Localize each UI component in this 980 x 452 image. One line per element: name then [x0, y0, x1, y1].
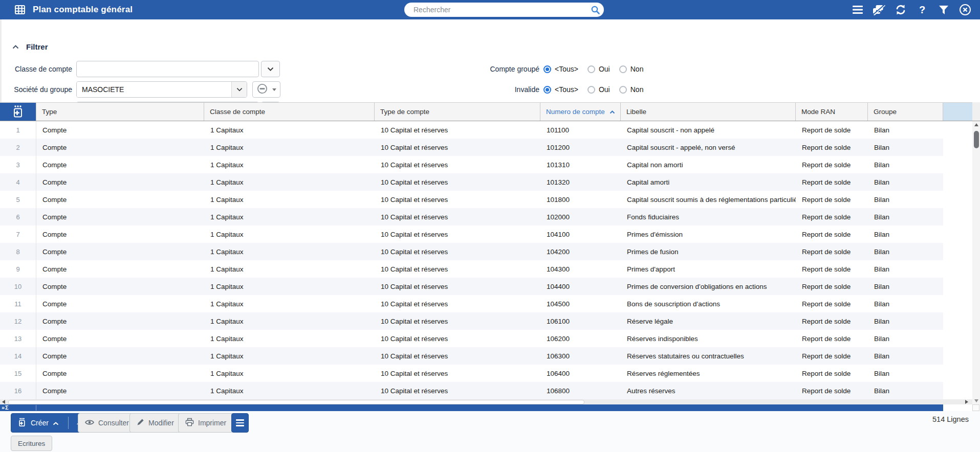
table-row[interactable]: 4Compte1 Capitaux10 Capital et réserves1… — [0, 173, 943, 191]
table-row[interactable]: 2Compte1 Capitaux10 Capital et réserves1… — [0, 139, 943, 156]
printer-icon — [185, 418, 194, 428]
cell-num: 4 — [0, 173, 36, 191]
table-row[interactable]: 10Compte1 Capitaux10 Capital et réserves… — [0, 278, 943, 295]
consult-button[interactable]: Consulter — [78, 413, 136, 433]
cell-type_compte: 10 Capital et réserves — [375, 121, 540, 139]
search-icon[interactable] — [586, 5, 604, 15]
caret-down-icon — [272, 88, 276, 91]
cell-type: Compte — [36, 260, 204, 278]
table-row[interactable]: 5Compte1 Capitaux10 Capital et réserves1… — [0, 191, 943, 208]
table-row[interactable]: 8Compte1 Capitaux10 Capital et réserves1… — [0, 243, 943, 260]
cell-libelle: Bons de souscription d'actions — [621, 295, 796, 312]
cell-groupe: Bilan — [868, 330, 943, 347]
scroll-right-arrow[interactable] — [963, 399, 970, 404]
radio-option-oui[interactable]: Oui — [587, 85, 610, 94]
cell-num: 5 — [0, 191, 36, 208]
comments-slash-icon[interactable] — [873, 3, 886, 16]
cell-type: Compte — [36, 330, 204, 347]
radio-option-oui[interactable]: Oui — [587, 65, 610, 73]
societe-input[interactable] — [77, 82, 231, 97]
help-icon[interactable]: ? — [916, 3, 929, 16]
cell-type_compte: 10 Capital et réserves — [375, 347, 540, 365]
cell-libelle: Capital non amorti — [621, 156, 796, 173]
cell-classe: 1 Capitaux — [204, 295, 375, 312]
table-row[interactable]: 11Compte1 Capitaux10 Capital et réserves… — [0, 295, 943, 312]
table-row[interactable]: 9Compte1 Capitaux10 Capital et réserves1… — [0, 260, 943, 278]
table-row[interactable]: 1Compte1 Capitaux10 Capital et réserves1… — [0, 121, 943, 139]
close-circle-icon[interactable] — [959, 3, 972, 16]
column-header-numero-sorted[interactable]: Numero de compte — [540, 103, 621, 121]
radio-option-tous[interactable]: <Tous> — [543, 65, 578, 73]
cell-num: 8 — [0, 243, 36, 260]
cell-libelle: Fonds fiduciaires — [621, 208, 796, 225]
eye-icon — [85, 419, 94, 427]
table-row[interactable]: 3Compte1 Capitaux10 Capital et réserves1… — [0, 156, 943, 173]
app-window: Plan comptable général — [0, 0, 980, 452]
cell-type: Compte — [36, 295, 204, 312]
table-row[interactable]: 15Compte1 Capitaux10 Capital et réserves… — [0, 365, 943, 382]
scroll-down-arrow[interactable] — [972, 397, 980, 404]
table-row[interactable]: 14Compte1 Capitaux10 Capital et réserves… — [0, 347, 943, 365]
column-header-groupe[interactable]: Groupe — [868, 103, 943, 121]
cell-groupe: Bilan — [868, 260, 943, 278]
more-actions-button[interactable] — [231, 413, 249, 433]
table-body: 1Compte1 Capitaux10 Capital et réserves1… — [0, 121, 972, 399]
cell-groupe: Bilan — [868, 191, 943, 208]
horizontal-scrollbar[interactable] — [0, 399, 972, 404]
classe-label: Classe de compte — [2, 61, 72, 77]
ecritures-button[interactable]: Ecritures — [11, 436, 52, 451]
cell-classe: 1 Capitaux — [204, 260, 375, 278]
cell-type: Compte — [36, 225, 204, 243]
vertical-scroll-thumb[interactable] — [974, 131, 979, 148]
cell-num: 11 — [0, 295, 36, 312]
cell-type: Compte — [36, 191, 204, 208]
column-header-type[interactable]: Type — [36, 103, 204, 121]
radio-option-non[interactable]: Non — [619, 85, 644, 94]
column-header-type-compte[interactable]: Type de compte — [375, 103, 540, 121]
cell-libelle: Primes d'apport — [621, 260, 796, 278]
cell-numero: 106100 — [540, 312, 621, 330]
cell-numero: 101200 — [540, 139, 621, 156]
radio-option-non[interactable]: Non — [619, 65, 644, 73]
column-header-mode-ran[interactable]: Mode RAN — [796, 103, 868, 121]
filter-collapse-toggle[interactable]: Filtrer — [12, 42, 48, 51]
table-row[interactable]: 7Compte1 Capitaux10 Capital et réserves1… — [0, 225, 943, 243]
classe-dropdown-button[interactable] — [261, 61, 280, 77]
cell-type: Compte — [36, 278, 204, 295]
cell-num: 3 — [0, 156, 36, 173]
table-row[interactable]: 6Compte1 Capitaux10 Capital et réserves1… — [0, 208, 943, 225]
filter-icon[interactable] — [937, 3, 950, 16]
search-input[interactable] — [404, 6, 586, 14]
table-row[interactable]: 16Compte1 Capitaux10 Capital et réserves… — [0, 382, 943, 399]
column-header-classe[interactable]: Classe de compte — [204, 103, 375, 121]
table-row[interactable]: 12Compte1 Capitaux10 Capital et réserves… — [0, 312, 943, 330]
scroll-up-arrow[interactable] — [972, 121, 980, 128]
print-button[interactable]: Imprimer — [178, 413, 233, 433]
table-row[interactable]: 13Compte1 Capitaux10 Capital et réserves… — [0, 330, 943, 347]
societe-dropdown-button[interactable] — [231, 82, 247, 97]
scroll-left-arrow[interactable] — [0, 399, 7, 404]
page-title: Plan comptable général — [33, 5, 133, 15]
refresh-icon[interactable] — [894, 3, 907, 16]
cell-numero: 106300 — [540, 347, 621, 365]
classe-input[interactable] — [76, 61, 259, 77]
radio-option-tous[interactable]: <Tous> — [543, 85, 578, 94]
vertical-scrollbar[interactable] — [972, 121, 980, 404]
cell-libelle: Primes d'émission — [621, 225, 796, 243]
cell-groupe: Bilan — [868, 208, 943, 225]
create-record-header-button[interactable] — [0, 103, 36, 121]
radio-icon — [587, 65, 595, 73]
cell-numero: 102000 — [540, 208, 621, 225]
societe-exclude-button[interactable] — [252, 81, 280, 98]
modify-button[interactable]: Modifier — [129, 413, 181, 433]
cell-numero: 101310 — [540, 156, 621, 173]
cell-groupe: Bilan — [868, 312, 943, 330]
column-header-libelle[interactable]: Libelle — [621, 103, 796, 121]
menu-icon[interactable] — [851, 3, 864, 16]
create-button[interactable]: Créer — [11, 413, 86, 433]
horizontal-scroll-thumb[interactable] — [8, 400, 584, 404]
cell-mode_ran: Report de solde — [796, 156, 868, 173]
cell-classe: 1 Capitaux — [204, 243, 375, 260]
cell-mode_ran: Report de solde — [796, 312, 868, 330]
cell-groupe: Bilan — [868, 121, 943, 139]
